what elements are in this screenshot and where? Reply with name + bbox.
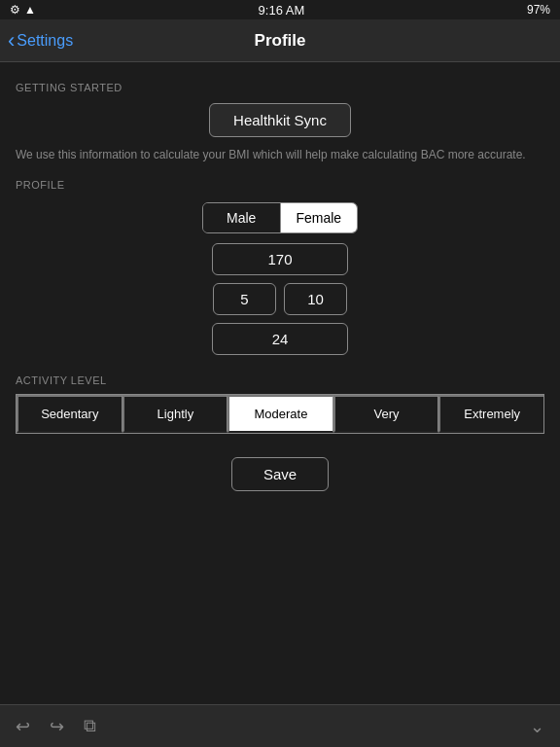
weight-input[interactable] (212, 243, 348, 275)
save-container: Save (16, 457, 544, 491)
height-in-input[interactable] (284, 283, 347, 315)
settings-icon: ⚙ (10, 3, 20, 17)
redo-icon[interactable]: ↪ (50, 716, 64, 737)
height-row (213, 283, 347, 315)
back-button[interactable]: Settings (8, 30, 73, 52)
profile-section-label: PROFILE (16, 179, 544, 191)
activity-level-label: ACTIVITY LEVEL (16, 374, 544, 386)
status-bar: ⚙ ▲ 9:16 AM 97% (0, 0, 560, 19)
gender-female-button[interactable]: Female (281, 203, 358, 232)
info-text: We use this information to calculate you… (16, 147, 544, 163)
activity-section: ACTIVITY LEVEL Sedentary Lightly Moderat… (16, 374, 544, 434)
height-ft-input[interactable] (213, 283, 276, 315)
activity-tab-very[interactable]: Very (333, 395, 439, 433)
status-bar-left: ⚙ ▲ (10, 3, 36, 17)
gender-male-button[interactable]: Male (203, 203, 280, 232)
page-title: Profile (255, 31, 306, 51)
copy-icon[interactable]: ⧉ (84, 716, 96, 736)
activity-tab-lightly[interactable]: Lightly (122, 395, 228, 433)
status-bar-time: 9:16 AM (259, 3, 305, 18)
activity-tabs: Sedentary Lightly Moderate Very Extremel… (16, 394, 544, 434)
nav-bar: Settings Profile (0, 19, 560, 62)
bottom-toolbar: ↩ ↪ ⧉ ⌄ (0, 704, 560, 747)
back-label: Settings (17, 32, 73, 50)
healthkit-btn-container: Healthkit Sync (16, 103, 544, 137)
content-area: GETTING STARTED Healthkit Sync We use th… (0, 62, 560, 704)
wifi-icon: ▲ (24, 3, 36, 17)
profile-fields (16, 243, 544, 355)
healthkit-sync-button[interactable]: Healthkit Sync (209, 103, 351, 137)
undo-icon[interactable]: ↩ (16, 716, 30, 737)
back-chevron-icon (8, 30, 15, 52)
activity-tab-extremely[interactable]: Extremely (438, 395, 543, 433)
toolbar-left: ↩ ↪ ⧉ (16, 716, 96, 737)
status-bar-battery: 97% (527, 3, 550, 17)
activity-tab-sedentary[interactable]: Sedentary (17, 395, 122, 433)
save-button[interactable]: Save (231, 457, 329, 491)
getting-started-label: GETTING STARTED (16, 82, 544, 93)
age-input[interactable] (212, 323, 348, 355)
chevron-down-icon[interactable]: ⌄ (530, 716, 544, 737)
activity-tab-moderate[interactable]: Moderate (228, 395, 333, 433)
gender-toggle: Male Female (202, 202, 358, 233)
